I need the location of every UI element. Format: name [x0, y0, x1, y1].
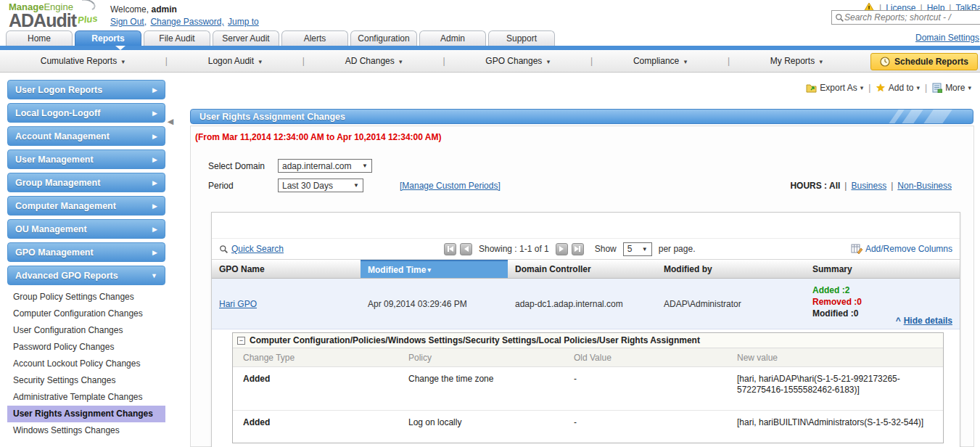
sidebar-group-gpo-management[interactable]: GPO Management▶ — [7, 242, 165, 262]
column-header-modified-time[interactable]: Modified Time▾ — [361, 260, 508, 278]
hours-filter: HOURS : All | Business | Non-Business — [790, 181, 952, 191]
sidebar-item-group-policy-settings-changes[interactable]: Group Policy Settings Changes — [7, 289, 165, 305]
menu-cumulative-reports[interactable]: Cumulative Reports ▾ — [41, 56, 125, 66]
chevron-down-icon: ▾ — [258, 58, 262, 65]
sidebar-item-security-settings-changes[interactable]: Security Settings Changes — [7, 372, 165, 389]
tab-home[interactable]: Home — [6, 30, 73, 46]
username: admin — [151, 4, 176, 15]
collapse-minus-icon[interactable]: − — [237, 337, 245, 345]
column-header-modified-by[interactable]: Modified by — [656, 260, 805, 278]
change-password-link[interactable]: Change Password, — [150, 17, 223, 27]
chevron-down-icon: ▾ — [820, 58, 823, 65]
tab-support[interactable]: Support — [488, 30, 555, 46]
sidebar-group-user-management[interactable]: User Management▶ — [7, 149, 165, 169]
sidebar-item-account-lockout-policy-changes[interactable]: Account Lockout Policy Changes — [7, 356, 165, 372]
menu-compliance[interactable]: Compliance ▾ — [633, 56, 687, 66]
sidebar-group-advanced-gpo-reports[interactable]: Advanced GPO Reports▼ — [7, 266, 165, 285]
hours-business-link[interactable]: Business — [851, 181, 886, 191]
grid-toolbar: Quick Search Showing : 1-1 of 1 Show 5 ▼ — [212, 239, 960, 259]
showing-label: Showing : 1-1 of 1 — [479, 244, 549, 254]
period-label: Period — [208, 181, 234, 191]
new-value: [hari, hariBUILTIN\Administrators(S-1-5-… — [737, 411, 943, 443]
report-content-panel: (From Mar 11,2014 12:34:00 AM to Apr 10,… — [190, 126, 974, 447]
menu-logon-audit[interactable]: Logon Audit ▾ — [208, 56, 262, 66]
decorative-stripe — [920, 109, 954, 124]
sidebar-collapse-handle[interactable]: ◀ — [166, 110, 175, 132]
first-page-button[interactable] — [444, 243, 456, 255]
tab-server-audit[interactable]: Server Audit — [213, 30, 279, 46]
change-details-panel: − Computer Configuration/Policies/Window… — [232, 332, 944, 443]
page-size-select[interactable]: 5 ▼ — [623, 242, 652, 256]
sidebar-item-user-configuration-changes[interactable]: User Configuration Changes — [7, 322, 165, 339]
arrow-right-icon: ▶ — [152, 202, 157, 210]
separator: | — [590, 56, 593, 66]
sidebar-group-local-logon-logoff[interactable]: Local Logon-Logoff▶ — [7, 103, 165, 123]
export-as-button[interactable]: Export As ▾ — [806, 83, 863, 93]
arrow-right-icon: ▶ — [152, 179, 157, 186]
details-column-new-value: New value — [737, 353, 943, 363]
tab-configuration[interactable]: Configuration — [350, 30, 417, 46]
sidebar-item-windows-settings-changes[interactable]: Windows Settings Changes — [7, 422, 165, 439]
chevron-down-icon: ▾ — [860, 84, 864, 91]
column-header-gpo-name[interactable]: GPO Name — [212, 260, 361, 278]
last-page-button[interactable] — [572, 243, 584, 255]
change-type-value: Added — [233, 367, 408, 410]
chevron-down-icon: ▾ — [968, 84, 971, 91]
report-sidebar: User Logon Reports▶ Local Logon-Logoff▶ … — [7, 80, 165, 439]
menu-my-reports[interactable]: My Reports ▾ — [770, 56, 823, 66]
more-button[interactable]: More ▾ — [932, 83, 971, 93]
chevron-down-icon: ▾ — [399, 58, 403, 65]
sidebar-group-ou-management[interactable]: OU Management▶ — [7, 219, 165, 239]
jump-to-link[interactable]: Jump to — [228, 17, 259, 27]
show-label: Show — [595, 244, 617, 254]
sidebar-group-computer-management[interactable]: Computer Management▶ — [7, 196, 165, 216]
next-page-button[interactable] — [556, 243, 568, 255]
change-type-value: Added — [233, 411, 408, 443]
policy-value: Change the time zone — [408, 367, 574, 410]
menu-ad-changes[interactable]: AD Changes ▾ — [345, 56, 403, 66]
separator: | — [728, 56, 730, 66]
report-actions-toolbar: Export As ▾ | ★ Add to ▾ | More ▾ — [806, 81, 971, 94]
tab-reports[interactable]: Reports — [75, 30, 141, 46]
period-select[interactable]: Last 30 Days ▼ — [278, 179, 363, 192]
tab-admin[interactable]: Admin — [419, 30, 486, 46]
search-reports-input[interactable] — [844, 12, 975, 22]
pagination-controls: Showing : 1-1 of 1 Show 5 ▼ per page. — [444, 242, 695, 256]
brand-manage: Manage — [9, 1, 44, 12]
sidebar-item-user-rights-assignment-changes[interactable]: User Rights Assignment Changes — [7, 406, 165, 422]
previous-page-button[interactable] — [460, 243, 472, 255]
domain-select[interactable]: adap.internal.com ▼ — [278, 159, 372, 173]
grid-top-strip — [212, 213, 960, 239]
column-header-domain-controller[interactable]: Domain Controller — [508, 260, 656, 278]
arrow-right-icon: ▶ — [152, 110, 157, 117]
hide-details-link[interactable]: Hide details — [904, 316, 952, 326]
product-suffix: Plus — [77, 13, 98, 26]
domain-settings-link[interactable]: Domain Settings — [915, 33, 979, 43]
sidebar-group-user-logon-reports[interactable]: User Logon Reports▶ — [7, 80, 165, 99]
menu-gpo-changes[interactable]: GPO Changes ▾ — [485, 56, 550, 66]
gpo-name-link[interactable]: Hari GPO — [219, 299, 257, 309]
collapse-up-icon: ^ — [896, 316, 901, 326]
column-header-summary[interactable]: Summary — [805, 260, 960, 278]
sidebar-item-computer-configuration-changes[interactable]: Computer Configuration Changes — [7, 305, 165, 322]
tab-alerts[interactable]: Alerts — [281, 30, 348, 46]
hours-non-business-link[interactable]: Non-Business — [897, 181, 952, 191]
add-remove-columns-button[interactable]: Add/Remove Columns — [851, 244, 952, 254]
tab-file-audit[interactable]: File Audit — [144, 30, 210, 46]
domain-controller-value: adap-dc1.adap.internal.com — [508, 279, 656, 329]
sign-out-link[interactable]: Sign Out, — [110, 17, 147, 27]
details-header-row: Change Type Policy Old Value New value — [233, 348, 943, 367]
chevron-down-icon: ▾ — [684, 58, 688, 65]
collapse-left-icon: ◀ — [168, 117, 173, 126]
add-to-button[interactable]: ★ Add to ▾ — [876, 81, 920, 94]
sidebar-item-administrative-template-changes[interactable]: Administrative Template Changes — [7, 389, 165, 406]
sidebar-group-group-management[interactable]: Group Management▶ — [7, 173, 165, 192]
sidebar-group-account-management[interactable]: Account Management▶ — [7, 126, 165, 146]
schedule-reports-button[interactable]: Schedule Reports — [870, 53, 978, 70]
arrow-down-icon: ▼ — [151, 272, 157, 279]
summary-removed: Removed :0 — [812, 296, 960, 308]
sidebar-item-password-policy-changes[interactable]: Password Policy Changes — [7, 339, 165, 356]
columns-grid-icon — [851, 244, 862, 254]
manage-custom-periods-link[interactable]: [Manage Custom Periods] — [400, 181, 501, 191]
quick-search-link[interactable]: Quick Search — [231, 244, 284, 254]
